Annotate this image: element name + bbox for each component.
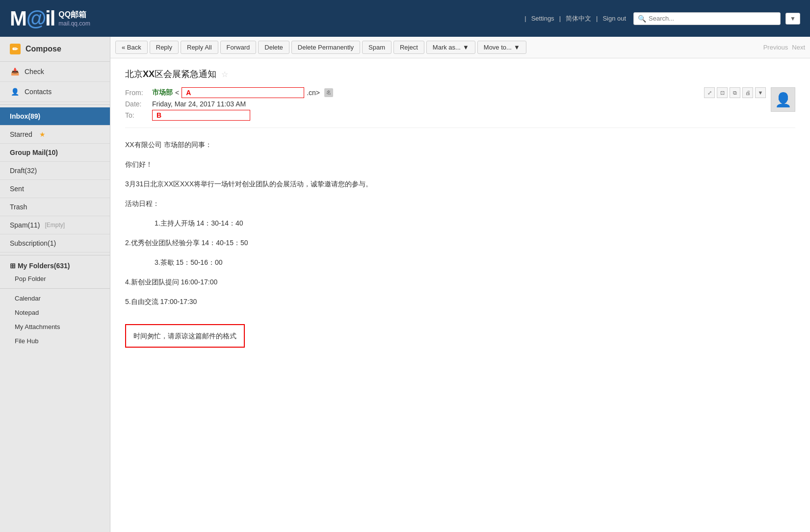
toolbar-left: « Back Reply Reply All Forward Delete De… bbox=[115, 41, 526, 54]
contacts-label: Contacts bbox=[25, 88, 52, 96]
move-to-dropdown-icon: ▼ bbox=[514, 44, 520, 51]
sidebar-item-check[interactable]: 📥 Check bbox=[0, 62, 110, 82]
sidebar-item-attachments[interactable]: My Attachments bbox=[0, 320, 110, 334]
main-layout: ✏ Compose 📥 Check 👤 Contacts Inbox(89) S… bbox=[0, 37, 810, 532]
expand-icon-btn[interactable]: ⤢ bbox=[704, 87, 715, 98]
sidebar-folders-section: ⊞ My Folders(631) bbox=[0, 258, 110, 272]
schedule-item-1: 1.主持人开场 14：30-14：40 bbox=[125, 216, 795, 230]
schedule-item-5: 5.自由交流 17:00-17:30 bbox=[125, 295, 795, 308]
previous-link[interactable]: Previous bbox=[763, 44, 788, 51]
date-label: Date: bbox=[125, 100, 150, 108]
sidebar-item-draft[interactable]: Draft(32) bbox=[0, 162, 110, 180]
email-meta-container: 👤 ⤢ ⊡ ⧉ 🖨 ▼ From: 市场部 < A bbox=[125, 87, 795, 128]
delete-permanently-button[interactable]: Delete Permanently bbox=[291, 41, 360, 54]
sidebar: ✏ Compose 📥 Check 👤 Contacts Inbox(89) S… bbox=[0, 37, 110, 532]
reject-button[interactable]: Reject bbox=[393, 41, 424, 54]
sidebar-item-notepad[interactable]: Notepad bbox=[0, 305, 110, 320]
print-icon-btn[interactable]: 🖨 bbox=[742, 87, 753, 98]
draft-label: Draft(32) bbox=[10, 167, 37, 175]
notice-box: 时间匆忙，请原谅这篇邮件的格式 bbox=[125, 324, 245, 348]
reply-button[interactable]: Reply bbox=[150, 41, 179, 54]
top-nav: | Settings | 简体中文 | Sign out bbox=[524, 14, 626, 23]
schedule-3-text: 3.茶歇 15：50-16：00 bbox=[155, 255, 795, 269]
subject-star-icon[interactable]: ☆ bbox=[221, 70, 228, 79]
mark-as-label: Mark as... bbox=[433, 44, 461, 51]
from-address-box: A bbox=[182, 87, 304, 98]
schedule-item-3: 3.茶歇 15：50-16：00 bbox=[125, 255, 795, 269]
back-button[interactable]: « Back bbox=[115, 41, 148, 54]
sidebar-item-sent[interactable]: Sent bbox=[0, 180, 110, 198]
next-link[interactable]: Next bbox=[792, 44, 805, 51]
from-row: From: 市场部 < A .cn> 名 bbox=[125, 87, 795, 98]
search-area: 🔍 ▼ bbox=[633, 12, 800, 25]
my-folders-label: My Folders(631) bbox=[18, 262, 70, 270]
subject-bold: XX bbox=[143, 69, 155, 79]
copy-icon-btn[interactable]: ⧉ bbox=[730, 87, 740, 98]
from-name: 市场部 bbox=[152, 88, 173, 97]
from-angle-bracket: < bbox=[175, 89, 179, 97]
subject-mid: 区会展紧急通知 bbox=[155, 69, 216, 79]
calendar-label: Calendar bbox=[15, 295, 41, 302]
qqmail-label: QQ邮箱 bbox=[58, 10, 90, 20]
logo-area: M@il QQ邮箱 mail.qq.com bbox=[10, 7, 90, 30]
trash-label: Trash bbox=[10, 203, 27, 211]
settings-link[interactable]: Settings bbox=[531, 15, 554, 22]
spam-button[interactable]: Spam bbox=[362, 41, 392, 54]
group-mail-label: Group Mail(10) bbox=[10, 149, 58, 156]
logo-at-symbol: @ bbox=[26, 7, 45, 30]
body-intro: 3月31日北京XX区XXX将举行一场针对创业团队的会展活动，诚挚邀请您的参与。 bbox=[125, 177, 795, 191]
window-icon-btn[interactable]: ⊡ bbox=[717, 87, 728, 98]
reply-all-button[interactable]: Reply All bbox=[181, 41, 218, 54]
email-action-icons: ⤢ ⊡ ⧉ 🖨 ▼ bbox=[704, 87, 766, 98]
sidebar-item-calendar[interactable]: Calendar bbox=[0, 291, 110, 305]
mark-as-button[interactable]: Mark as... ▼ bbox=[426, 41, 475, 54]
sidebar-item-group-mail[interactable]: Group Mail(10) bbox=[0, 144, 110, 162]
mark-as-dropdown-icon: ▼ bbox=[463, 44, 469, 51]
subject-prefix: 北京 bbox=[125, 69, 143, 79]
move-to-label: Move to... bbox=[484, 44, 512, 51]
schedule-item-4: 4.新创业团队提问 16:00-17:00 bbox=[125, 275, 795, 289]
domain-label: mail.qq.com bbox=[58, 20, 90, 27]
lang-link[interactable]: 简体中文 bbox=[566, 14, 591, 23]
compose-icon: ✏ bbox=[10, 44, 21, 54]
sidebar-item-contacts[interactable]: 👤 Contacts bbox=[0, 82, 110, 102]
my-folders-title[interactable]: ⊞ My Folders(631) bbox=[10, 262, 70, 270]
search-icon: 🔍 bbox=[638, 15, 646, 23]
schedule-1-text: 1.主持人开场 14：30-14：40 bbox=[155, 216, 795, 230]
email-detail: 北京XX区会展紧急通知 ☆ 👤 ⤢ ⊡ ⧉ 🖨 ▼ bbox=[110, 58, 810, 532]
signout-link[interactable]: Sign out bbox=[602, 15, 626, 22]
sidebar-divider-1 bbox=[0, 104, 110, 105]
label-a: A bbox=[186, 89, 191, 97]
content-area: « Back Reply Reply All Forward Delete De… bbox=[110, 37, 810, 532]
check-icon: 📥 bbox=[10, 67, 20, 76]
contacts-icon: 👤 bbox=[10, 87, 20, 97]
attachments-label: My Attachments bbox=[15, 323, 60, 330]
sidebar-item-subscription[interactable]: Subscription(1) bbox=[0, 234, 110, 253]
sidebar-item-pop-folder[interactable]: Pop Folder bbox=[0, 272, 110, 286]
sidebar-item-inbox[interactable]: Inbox(89) bbox=[0, 107, 110, 126]
delete-button[interactable]: Delete bbox=[258, 41, 289, 54]
more-icon-btn[interactable]: ▼ bbox=[755, 87, 766, 98]
email-subject-row: 北京XX区会展紧急通知 ☆ bbox=[125, 68, 795, 80]
sidebar-item-starred[interactable]: Starred ★ bbox=[0, 126, 110, 144]
spam-label: Spam(11) bbox=[10, 221, 40, 229]
email-body: XX有限公司 市场部的同事： 你们好！ 3月31日北京XX区XXX将举行一场针对… bbox=[125, 138, 795, 348]
sidebar-item-file-hub[interactable]: File Hub bbox=[0, 334, 110, 348]
sidebar-item-spam[interactable]: Spam(11) [Empty] bbox=[0, 216, 110, 234]
pop-folder-label: Pop Folder bbox=[15, 275, 46, 282]
compose-button[interactable]: ✏ Compose bbox=[0, 37, 110, 62]
body-schedule-title: 活动日程： bbox=[125, 197, 795, 210]
sidebar-item-trash[interactable]: Trash bbox=[0, 198, 110, 216]
search-input[interactable] bbox=[649, 15, 776, 22]
sidebar-divider-2 bbox=[0, 255, 110, 255]
info-icon[interactable]: 名 bbox=[324, 88, 333, 97]
to-label: To: bbox=[125, 111, 150, 119]
spam-empty-label[interactable]: [Empty] bbox=[45, 222, 65, 228]
check-label: Check bbox=[25, 68, 44, 76]
move-to-button[interactable]: Move to... ▼ bbox=[477, 41, 526, 54]
search-dropdown[interactable]: ▼ bbox=[785, 13, 800, 25]
sent-label: Sent bbox=[10, 185, 24, 193]
forward-button[interactable]: Forward bbox=[220, 41, 257, 54]
notepad-label: Notepad bbox=[15, 309, 39, 316]
avatar: 👤 bbox=[771, 87, 795, 112]
